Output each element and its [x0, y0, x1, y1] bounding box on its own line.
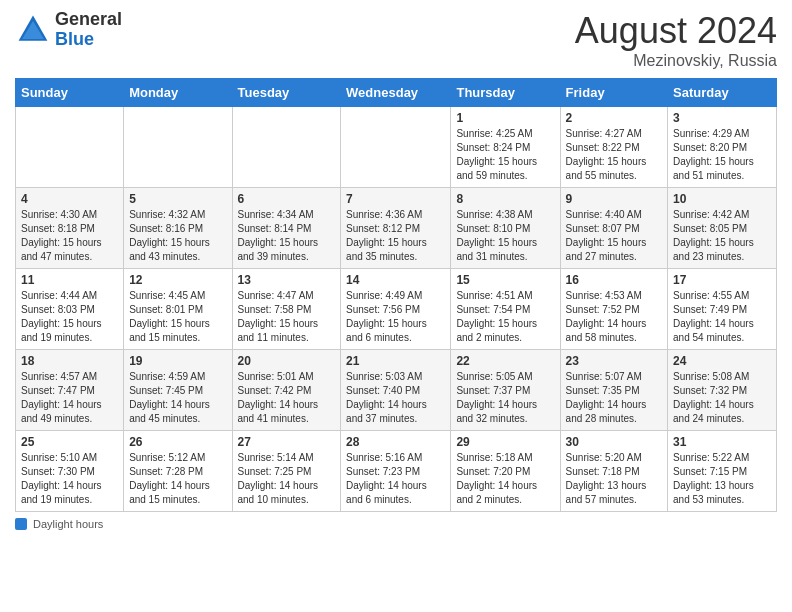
day-number: 15 — [456, 273, 554, 287]
day-info: Sunrise: 4:57 AM Sunset: 7:47 PM Dayligh… — [21, 370, 118, 426]
calendar-cell: 13Sunrise: 4:47 AM Sunset: 7:58 PM Dayli… — [232, 269, 341, 350]
calendar-cell: 18Sunrise: 4:57 AM Sunset: 7:47 PM Dayli… — [16, 350, 124, 431]
day-info: Sunrise: 5:18 AM Sunset: 7:20 PM Dayligh… — [456, 451, 554, 507]
day-number: 11 — [21, 273, 118, 287]
day-number: 28 — [346, 435, 445, 449]
weekday-header-tuesday: Tuesday — [232, 79, 341, 107]
calendar-cell: 14Sunrise: 4:49 AM Sunset: 7:56 PM Dayli… — [341, 269, 451, 350]
day-number: 6 — [238, 192, 336, 206]
calendar-cell — [16, 107, 124, 188]
day-number: 31 — [673, 435, 771, 449]
location: Mezinovskiy, Russia — [575, 52, 777, 70]
calendar-cell: 20Sunrise: 5:01 AM Sunset: 7:42 PM Dayli… — [232, 350, 341, 431]
calendar-cell: 6Sunrise: 4:34 AM Sunset: 8:14 PM Daylig… — [232, 188, 341, 269]
day-number: 16 — [566, 273, 662, 287]
day-info: Sunrise: 4:30 AM Sunset: 8:18 PM Dayligh… — [21, 208, 118, 264]
day-number: 5 — [129, 192, 226, 206]
calendar-cell: 31Sunrise: 5:22 AM Sunset: 7:15 PM Dayli… — [668, 431, 777, 512]
calendar-cell: 7Sunrise: 4:36 AM Sunset: 8:12 PM Daylig… — [341, 188, 451, 269]
day-number: 27 — [238, 435, 336, 449]
day-info: Sunrise: 4:34 AM Sunset: 8:14 PM Dayligh… — [238, 208, 336, 264]
day-number: 25 — [21, 435, 118, 449]
calendar-cell: 22Sunrise: 5:05 AM Sunset: 7:37 PM Dayli… — [451, 350, 560, 431]
day-info: Sunrise: 4:27 AM Sunset: 8:22 PM Dayligh… — [566, 127, 662, 183]
calendar-cell: 17Sunrise: 4:55 AM Sunset: 7:49 PM Dayli… — [668, 269, 777, 350]
day-number: 20 — [238, 354, 336, 368]
day-number: 12 — [129, 273, 226, 287]
day-number: 14 — [346, 273, 445, 287]
calendar-cell: 26Sunrise: 5:12 AM Sunset: 7:28 PM Dayli… — [124, 431, 232, 512]
day-info: Sunrise: 4:36 AM Sunset: 8:12 PM Dayligh… — [346, 208, 445, 264]
calendar-cell: 25Sunrise: 5:10 AM Sunset: 7:30 PM Dayli… — [16, 431, 124, 512]
calendar-cell: 3Sunrise: 4:29 AM Sunset: 8:20 PM Daylig… — [668, 107, 777, 188]
weekday-header-wednesday: Wednesday — [341, 79, 451, 107]
day-number: 1 — [456, 111, 554, 125]
day-info: Sunrise: 5:05 AM Sunset: 7:37 PM Dayligh… — [456, 370, 554, 426]
day-number: 8 — [456, 192, 554, 206]
day-number: 7 — [346, 192, 445, 206]
week-row-2: 4Sunrise: 4:30 AM Sunset: 8:18 PM Daylig… — [16, 188, 777, 269]
day-number: 18 — [21, 354, 118, 368]
day-info: Sunrise: 4:42 AM Sunset: 8:05 PM Dayligh… — [673, 208, 771, 264]
day-number: 4 — [21, 192, 118, 206]
calendar-cell: 30Sunrise: 5:20 AM Sunset: 7:18 PM Dayli… — [560, 431, 667, 512]
day-info: Sunrise: 5:16 AM Sunset: 7:23 PM Dayligh… — [346, 451, 445, 507]
day-info: Sunrise: 5:10 AM Sunset: 7:30 PM Dayligh… — [21, 451, 118, 507]
week-row-3: 11Sunrise: 4:44 AM Sunset: 8:03 PM Dayli… — [16, 269, 777, 350]
day-info: Sunrise: 4:38 AM Sunset: 8:10 PM Dayligh… — [456, 208, 554, 264]
day-number: 30 — [566, 435, 662, 449]
day-info: Sunrise: 4:40 AM Sunset: 8:07 PM Dayligh… — [566, 208, 662, 264]
calendar-cell: 10Sunrise: 4:42 AM Sunset: 8:05 PM Dayli… — [668, 188, 777, 269]
day-number: 24 — [673, 354, 771, 368]
day-number: 23 — [566, 354, 662, 368]
calendar-cell: 15Sunrise: 4:51 AM Sunset: 7:54 PM Dayli… — [451, 269, 560, 350]
day-info: Sunrise: 5:12 AM Sunset: 7:28 PM Dayligh… — [129, 451, 226, 507]
day-number: 19 — [129, 354, 226, 368]
weekday-header-monday: Monday — [124, 79, 232, 107]
calendar-cell: 16Sunrise: 4:53 AM Sunset: 7:52 PM Dayli… — [560, 269, 667, 350]
calendar-table: SundayMondayTuesdayWednesdayThursdayFrid… — [15, 78, 777, 512]
day-info: Sunrise: 4:49 AM Sunset: 7:56 PM Dayligh… — [346, 289, 445, 345]
day-info: Sunrise: 5:07 AM Sunset: 7:35 PM Dayligh… — [566, 370, 662, 426]
day-number: 9 — [566, 192, 662, 206]
calendar-cell: 1Sunrise: 4:25 AM Sunset: 8:24 PM Daylig… — [451, 107, 560, 188]
calendar-cell: 12Sunrise: 4:45 AM Sunset: 8:01 PM Dayli… — [124, 269, 232, 350]
day-info: Sunrise: 4:44 AM Sunset: 8:03 PM Dayligh… — [21, 289, 118, 345]
calendar-cell: 8Sunrise: 4:38 AM Sunset: 8:10 PM Daylig… — [451, 188, 560, 269]
day-info: Sunrise: 4:51 AM Sunset: 7:54 PM Dayligh… — [456, 289, 554, 345]
day-info: Sunrise: 5:22 AM Sunset: 7:15 PM Dayligh… — [673, 451, 771, 507]
day-number: 2 — [566, 111, 662, 125]
logo-text: General Blue — [55, 10, 122, 50]
page: General Blue August 2024 Mezinovskiy, Ru… — [0, 0, 792, 612]
calendar-cell — [341, 107, 451, 188]
day-info: Sunrise: 4:45 AM Sunset: 8:01 PM Dayligh… — [129, 289, 226, 345]
day-info: Sunrise: 4:55 AM Sunset: 7:49 PM Dayligh… — [673, 289, 771, 345]
daylight-label: Daylight hours — [33, 518, 103, 530]
day-number: 29 — [456, 435, 554, 449]
week-row-4: 18Sunrise: 4:57 AM Sunset: 7:47 PM Dayli… — [16, 350, 777, 431]
day-info: Sunrise: 4:59 AM Sunset: 7:45 PM Dayligh… — [129, 370, 226, 426]
weekday-header-sunday: Sunday — [16, 79, 124, 107]
calendar-cell: 11Sunrise: 4:44 AM Sunset: 8:03 PM Dayli… — [16, 269, 124, 350]
footer-dot-icon — [15, 518, 27, 530]
day-info: Sunrise: 5:01 AM Sunset: 7:42 PM Dayligh… — [238, 370, 336, 426]
calendar-cell — [232, 107, 341, 188]
day-info: Sunrise: 5:03 AM Sunset: 7:40 PM Dayligh… — [346, 370, 445, 426]
week-row-1: 1Sunrise: 4:25 AM Sunset: 8:24 PM Daylig… — [16, 107, 777, 188]
day-info: Sunrise: 5:14 AM Sunset: 7:25 PM Dayligh… — [238, 451, 336, 507]
logo-general-text: General — [55, 10, 122, 30]
day-number: 3 — [673, 111, 771, 125]
weekday-header-friday: Friday — [560, 79, 667, 107]
day-number: 22 — [456, 354, 554, 368]
day-info: Sunrise: 4:29 AM Sunset: 8:20 PM Dayligh… — [673, 127, 771, 183]
logo: General Blue — [15, 10, 122, 50]
calendar-cell: 21Sunrise: 5:03 AM Sunset: 7:40 PM Dayli… — [341, 350, 451, 431]
day-number: 17 — [673, 273, 771, 287]
calendar-cell: 29Sunrise: 5:18 AM Sunset: 7:20 PM Dayli… — [451, 431, 560, 512]
day-info: Sunrise: 4:25 AM Sunset: 8:24 PM Dayligh… — [456, 127, 554, 183]
calendar-cell: 19Sunrise: 4:59 AM Sunset: 7:45 PM Dayli… — [124, 350, 232, 431]
calendar-cell: 27Sunrise: 5:14 AM Sunset: 7:25 PM Dayli… — [232, 431, 341, 512]
weekday-header-row: SundayMondayTuesdayWednesdayThursdayFrid… — [16, 79, 777, 107]
day-number: 21 — [346, 354, 445, 368]
header: General Blue August 2024 Mezinovskiy, Ru… — [15, 10, 777, 70]
